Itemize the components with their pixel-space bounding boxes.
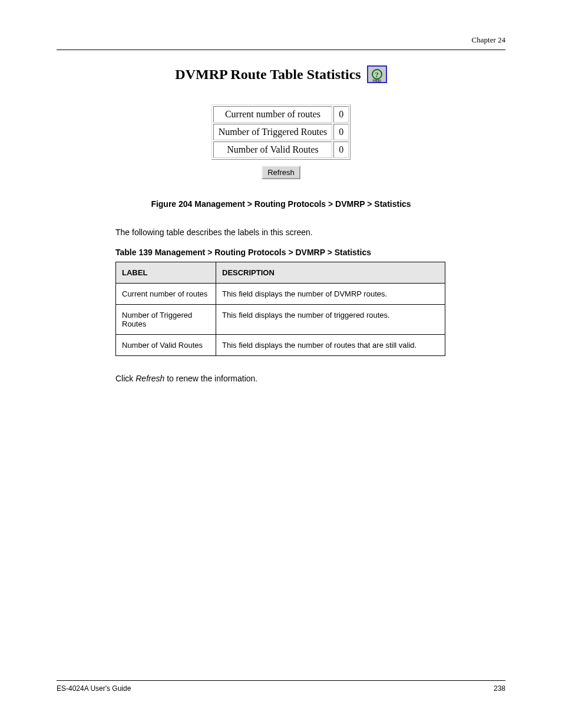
help-icon-label: Help: [372, 78, 381, 83]
stat-label: Number of Triggered Routes: [213, 124, 332, 140]
stat-label: Current number of routes: [213, 106, 332, 123]
panel-title: DVMRP Route Table Statistics: [175, 67, 361, 83]
top-rule: [57, 50, 505, 50]
table-row: Number of Valid Routes This field displa…: [116, 335, 445, 356]
definition-table: LABEL DESCRIPTION Current number of rout…: [115, 262, 445, 356]
action-button-name: Refresh: [135, 374, 164, 383]
help-icon[interactable]: ? Help: [367, 65, 387, 83]
stat-value: 0: [333, 106, 349, 123]
stat-value: 0: [333, 124, 349, 140]
footer-rule: [57, 680, 505, 681]
def-desc: This field displays the number of routes…: [216, 335, 445, 356]
col-header-label: LABEL: [116, 262, 216, 284]
stat-value: 0: [333, 141, 349, 158]
table-row: Number of Valid Routes 0: [213, 141, 349, 158]
refresh-button[interactable]: Refresh: [262, 166, 300, 179]
table-row: Current number of routes 0: [213, 106, 349, 123]
def-desc: This field displays the number of trigge…: [216, 305, 445, 335]
def-label: Number of Valid Routes: [116, 335, 216, 356]
col-header-description: DESCRIPTION: [216, 262, 445, 284]
def-label: Number of Triggered Routes: [116, 305, 216, 335]
table-caption: Table 139 Management > Routing Protocols…: [115, 248, 505, 257]
action-prefix: Click: [115, 374, 135, 383]
def-desc: This field displays the number of DVMRP …: [216, 284, 445, 305]
def-label: Current number of routes: [116, 284, 216, 305]
definition-intro: The following table describes the labels…: [115, 228, 505, 237]
table-row: Current number of routes This field disp…: [116, 284, 445, 305]
action-suffix: to renew the information.: [164, 374, 257, 383]
chapter-ref: Chapter 24: [57, 35, 505, 45]
stats-table: Current number of routes 0 Number of Tri…: [211, 104, 351, 160]
table-row: Number of Triggered Routes 0: [213, 124, 349, 140]
table-header-row: LABEL DESCRIPTION: [116, 262, 445, 284]
figure-caption: Figure 204 Management > Routing Protocol…: [57, 199, 505, 209]
table-row: Number of Triggered Routes This field di…: [116, 305, 445, 335]
definition-action: Click Refresh to renew the information.: [115, 374, 505, 383]
page-footer: ES-4024A User's Guide 238: [57, 680, 505, 693]
footer-right: 238: [494, 684, 505, 693]
stats-panel: DVMRP Route Table Statistics ? Help Curr…: [151, 65, 411, 179]
stat-label: Number of Valid Routes: [213, 141, 332, 158]
footer-left: ES-4024A User's Guide: [57, 684, 131, 693]
